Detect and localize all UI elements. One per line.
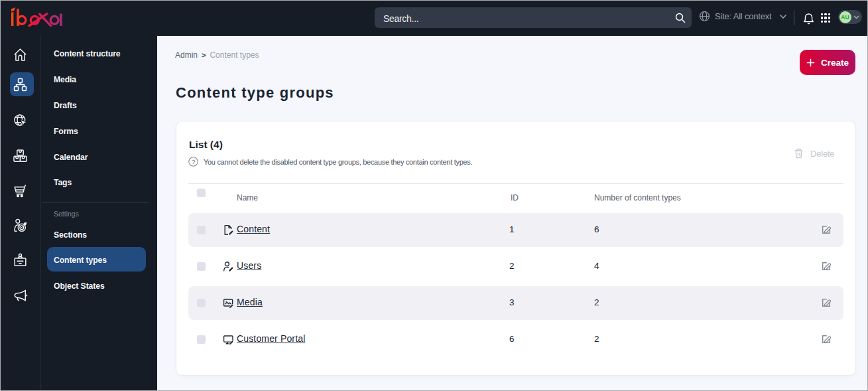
svg-text:?: ?	[192, 159, 195, 165]
